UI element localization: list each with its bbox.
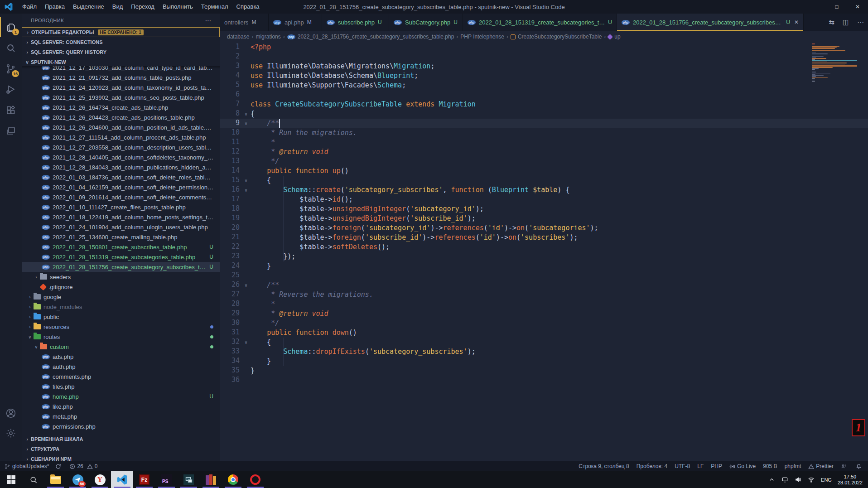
- language-mode[interactable]: PHP: [711, 463, 722, 469]
- taskbar-vscode-button[interactable]: [111, 471, 133, 488]
- encoding[interactable]: UTF-8: [675, 463, 690, 469]
- phpfmt[interactable]: phpfmt: [785, 463, 801, 469]
- code-line[interactable]: 18 $table->unsignedBigInteger('subcatego…: [220, 204, 868, 214]
- menu-item-0[interactable]: Файл: [18, 0, 41, 14]
- file-tree-item[interactable]: ∨routes: [22, 332, 220, 342]
- code-line[interactable]: 33 Schema::dropIfExists('subcategory_sub…: [220, 347, 868, 357]
- tray-network-icon[interactable]: [805, 476, 818, 483]
- fold-icon[interactable]: ∨: [241, 185, 251, 195]
- tab-4[interactable]: php2022_01_28_151319_create_subcategorie…: [463, 14, 617, 31]
- fold-icon[interactable]: ∨: [241, 338, 251, 347]
- maximize-button[interactable]: □: [826, 0, 847, 14]
- code-line[interactable]: 16∨ Schema::create('subcategory_subscrib…: [220, 185, 868, 195]
- taskbar-mail-button[interactable]: 86: [67, 471, 89, 488]
- taskbar-yandex-browser-button[interactable]: Y: [89, 471, 111, 488]
- menu-item-3[interactable]: Вид: [108, 0, 127, 14]
- tray-display-icon[interactable]: [778, 476, 791, 483]
- file-tree-item[interactable]: .gitignore: [22, 282, 220, 292]
- code-editor[interactable]: 1<?php23use Illuminate\Database\Migratio…: [220, 43, 868, 461]
- file-tree-item[interactable]: php2022_01_28_150801_create_subscribes_t…: [22, 242, 220, 252]
- code-line[interactable]: 27 * Reverse the migrations.: [220, 290, 868, 300]
- code-line[interactable]: 7class CreateSubcategorySubscribeTable e…: [220, 100, 868, 109]
- file-tree-item[interactable]: phphome.phpU: [22, 391, 220, 401]
- code-line[interactable]: 4use Illuminate\Database\Schema\Blueprin…: [220, 71, 868, 81]
- close-button[interactable]: ✕: [847, 0, 868, 14]
- code-line[interactable]: 26∨ /**: [220, 280, 868, 290]
- taskbar-filezilla-button[interactable]: Fz: [133, 471, 155, 488]
- explorer-more-actions-icon[interactable]: ⋯: [205, 14, 212, 27]
- bottom-section-2[interactable]: ›СЦЕНАРИИ NPM: [22, 454, 220, 461]
- taskbar-winrar-button[interactable]: [200, 471, 222, 488]
- section-2[interactable]: ›SQL SERVER: QUERY HISTORY: [22, 47, 220, 57]
- code-line[interactable]: 23 });: [220, 252, 868, 261]
- breadcrumb-item-1[interactable]: migrations: [256, 34, 280, 40]
- code-line[interactable]: 25: [220, 271, 868, 280]
- code-line[interactable]: 34 }: [220, 357, 868, 366]
- activity-panels[interactable]: [0, 121, 22, 141]
- cursor-position[interactable]: Строка 9, столбец 8: [579, 463, 629, 469]
- code-line[interactable]: 35}: [220, 366, 868, 376]
- code-line[interactable]: 8∨{: [220, 109, 868, 119]
- taskbar-file-explorer-button[interactable]: [44, 471, 67, 488]
- activity-run-debug[interactable]: [0, 80, 22, 100]
- code-line[interactable]: 14 public function up(): [220, 166, 868, 176]
- file-tree-item[interactable]: ›google: [22, 292, 220, 302]
- fold-icon[interactable]: ∨: [241, 109, 251, 119]
- taskbar-start-button[interactable]: [0, 471, 22, 488]
- tab-2[interactable]: phpsubscribe.phpU: [322, 14, 389, 31]
- tray-clock[interactable]: 17:5028.01.2022: [835, 474, 868, 486]
- code-line[interactable]: 1<?php: [220, 43, 868, 52]
- code-line[interactable]: 3use Illuminate\Database\Migrations\Migr…: [220, 62, 868, 71]
- file-size[interactable]: 905 B: [763, 463, 777, 469]
- minimap[interactable]: [812, 43, 858, 84]
- code-line[interactable]: 17 $table->id();: [220, 195, 868, 204]
- section-3[interactable]: ∨SPUTNIK-NEW: [22, 57, 220, 67]
- problems-status[interactable]: 260: [69, 463, 97, 469]
- file-tree-item[interactable]: php2021_12_26_204423_create_ads_position…: [22, 112, 220, 122]
- feedback[interactable]: [841, 464, 849, 469]
- go-live[interactable]: Go Live: [729, 463, 756, 469]
- tray-language[interactable]: ENG: [818, 477, 835, 483]
- file-tree-item[interactable]: phpcomments.php: [22, 372, 220, 382]
- eol[interactable]: LF: [697, 463, 704, 469]
- tab-1[interactable]: phpapi.phpM: [269, 14, 322, 31]
- git-branch-status[interactable]: globalUpdates*: [5, 463, 49, 469]
- file-tree-item[interactable]: php2021_12_26_164734_create_ads_table.ph…: [22, 102, 220, 112]
- menu-item-5[interactable]: Выполнить: [159, 0, 197, 14]
- menu-item-2[interactable]: Выделение: [69, 0, 108, 14]
- bottom-section-0[interactable]: ›ВРЕМЕННАЯ ШКАЛА: [22, 434, 220, 444]
- file-tree-item[interactable]: ›node_modules: [22, 302, 220, 312]
- file-tree-item[interactable]: php2021_12_28_140405_add_column_softdele…: [22, 152, 220, 162]
- activity-explorer[interactable]: 1: [0, 17, 22, 37]
- fold-icon[interactable]: ∨: [241, 280, 251, 290]
- code-line[interactable]: 32∨ {: [220, 338, 868, 347]
- file-tree-item[interactable]: phplike.php: [22, 401, 220, 411]
- fold-icon[interactable]: ∨: [241, 119, 251, 128]
- code-line[interactable]: 6: [220, 90, 868, 100]
- activity-source-control[interactable]: 16: [0, 59, 22, 79]
- code-line[interactable]: 21 $table->foreign('subscribe_id')->refe…: [220, 233, 868, 242]
- taskbar-chrome-button[interactable]: [222, 471, 244, 488]
- tray-volume-icon[interactable]: [791, 476, 805, 483]
- code-line[interactable]: 20 $table->foreign('subcategory_id')->re…: [220, 223, 868, 233]
- code-line[interactable]: 19 $table->unsignedBigInteger('subscribe…: [220, 214, 868, 223]
- section-0[interactable]: ›ОТКРЫТЫЕ РЕДАКТОРЫНЕ СОХРАНЕНО: 1: [22, 27, 220, 37]
- file-tree-item[interactable]: php2022_01_10_111427_create_files_posts_…: [22, 202, 220, 212]
- code-line[interactable]: 22 $table->softDeletes();: [220, 242, 868, 252]
- code-line[interactable]: 10 * Run the migrations.: [220, 128, 868, 138]
- breadcrumb-item-5[interactable]: up: [608, 34, 620, 40]
- fold-icon[interactable]: ∨: [241, 176, 251, 185]
- prettier[interactable]: Prettier: [808, 463, 834, 469]
- section-1[interactable]: ›SQL SERVER: CONNECTIONS: [22, 37, 220, 47]
- code-line[interactable]: 28 *: [220, 300, 868, 309]
- code-line[interactable]: 30 */: [220, 319, 868, 328]
- file-tree-item[interactable]: php2022_01_09_201614_add_column_soft_del…: [22, 192, 220, 202]
- code-line[interactable]: 36: [220, 376, 868, 385]
- file-tree-item[interactable]: phpmeta.php: [22, 411, 220, 421]
- code-line[interactable]: 2: [220, 52, 868, 62]
- code-line[interactable]: 29 * @return void: [220, 309, 868, 319]
- file-tree-item[interactable]: php2021_12_24_120923_add_column_taxonomy…: [22, 82, 220, 92]
- breadcrumb-item-3[interactable]: PHP Intelephense: [460, 34, 504, 40]
- activity-settings[interactable]: [0, 423, 22, 443]
- file-tree-item[interactable]: php2021_12_28_184043_add_column_publicat…: [22, 162, 220, 172]
